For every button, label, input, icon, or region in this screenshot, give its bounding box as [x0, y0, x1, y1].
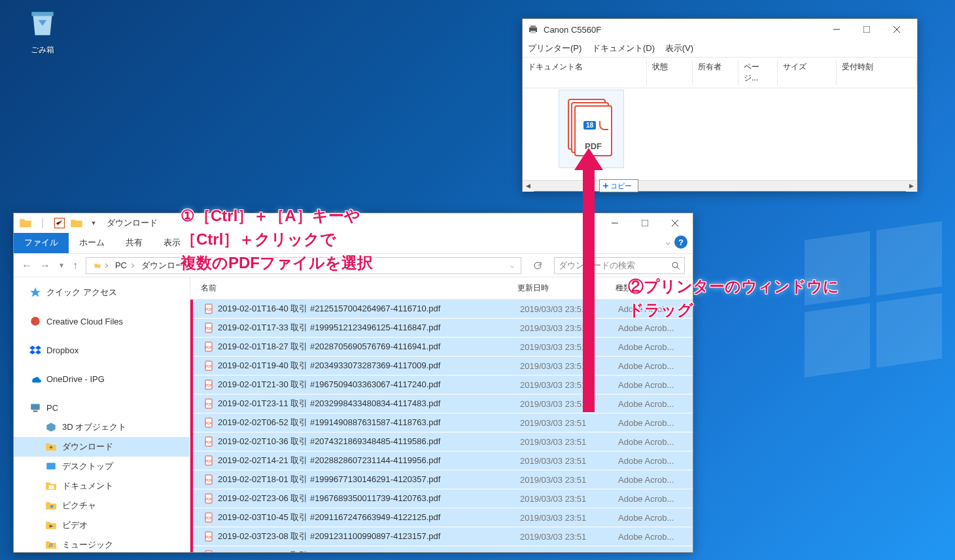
- table-row[interactable]: PDF2019-02-08T21-04 取引 #2019259368188066…: [193, 546, 693, 552]
- properties-icon[interactable]: [53, 217, 66, 230]
- menu-document[interactable]: ドキュメント(D): [592, 43, 655, 53]
- svg-rect-20: [49, 485, 54, 489]
- tab-home[interactable]: ホーム: [69, 233, 115, 253]
- printer-titlebar[interactable]: Canon C5560F: [523, 19, 917, 40]
- menu-view[interactable]: 表示(V): [665, 43, 693, 53]
- table-row[interactable]: PDF2019-02-03T10-45 取引 #2091167247663949…: [193, 508, 693, 527]
- pdf-file-icon: PDF: [203, 304, 214, 314]
- printer-menubar: プリンター(P) ドキュメント(D) 表示(V): [523, 40, 917, 58]
- file-name: 2019-02-02T06-52 取引 #1991490887631587-41…: [218, 417, 440, 429]
- table-row[interactable]: PDF2019-02-01T16-40 取引 #2125157004264967…: [193, 300, 693, 319]
- sidebar-item-music[interactable]: ミュージック: [14, 535, 190, 552]
- pdf-file-icon: PDF: [203, 360, 214, 371]
- hdr-pages[interactable]: ページ...: [738, 60, 778, 85]
- pdf-file-icon: PDF: [203, 417, 214, 428]
- scroll-left-button[interactable]: ◀: [523, 181, 534, 192]
- file-type: Adobe Acrob...: [612, 474, 693, 486]
- folder-icon: [19, 217, 32, 230]
- qat-dropdown-icon[interactable]: ▼: [87, 217, 100, 230]
- table-row[interactable]: PDF2019-02-02T10-36 取引 #2074321869348485…: [193, 432, 693, 451]
- ribbon-expand-icon[interactable]: ⌵: [666, 238, 670, 247]
- scroll-right-button[interactable]: ▶: [906, 181, 917, 192]
- file-type: Adobe Acrob...: [612, 493, 693, 505]
- folder-icon: [89, 262, 113, 269]
- sidebar-item-quick-access[interactable]: クイック アクセス: [14, 283, 190, 302]
- qat-divider: |: [36, 217, 49, 230]
- maximize-button[interactable]: [852, 20, 882, 39]
- refresh-button[interactable]: [529, 257, 546, 274]
- table-row[interactable]: PDF2019-02-02T06-52 取引 #1991490887631587…: [193, 413, 693, 432]
- svg-rect-17: [31, 404, 40, 410]
- new-folder-icon[interactable]: [70, 217, 83, 230]
- table-row[interactable]: PDF2019-02-01T21-30 取引 #1967509403363067…: [193, 376, 693, 394]
- nav-recent-dropdown[interactable]: ▼: [58, 262, 65, 269]
- maximize-button[interactable]: [630, 213, 660, 233]
- recycle-bin[interactable]: ごみ箱: [16, 7, 69, 56]
- file-type: Adobe Acrob...: [612, 531, 693, 543]
- file-type: Adobe Acrob...: [612, 360, 693, 372]
- table-row[interactable]: PDF2019-02-01T18-27 取引 #2028705690576769…: [193, 338, 693, 357]
- svg-rect-1: [530, 26, 536, 28]
- file-name: 2019-02-02T23-06 取引 #1967689350011739-41…: [218, 493, 440, 504]
- sidebar-item-pictures[interactable]: ピクチャ: [14, 496, 190, 516]
- tab-file[interactable]: ファイル: [14, 233, 69, 253]
- help-button[interactable]: ?: [674, 236, 687, 249]
- file-name: 2019-02-02T18-01 取引 #1999677130146291-41…: [218, 474, 440, 485]
- svg-point-16: [31, 317, 40, 326]
- sidebar-item-pc[interactable]: PC: [14, 398, 190, 417]
- explorer-sidebar: クイック アクセス Creative Cloud Files Dropbox O…: [14, 277, 190, 552]
- nav-forward-button[interactable]: →: [40, 260, 50, 271]
- file-name: 2019-02-01T17-33 取引 #1999512123496125-41…: [218, 322, 440, 334]
- search-icon: [671, 261, 680, 270]
- sidebar-item-documents[interactable]: ドキュメント: [14, 476, 190, 496]
- close-button[interactable]: [660, 213, 690, 233]
- hdr-docname[interactable]: ドキュメント名: [523, 60, 647, 85]
- sidebar-item-downloads[interactable]: ダウンロード: [14, 437, 190, 457]
- file-date: 2019/03/03 23:51: [513, 474, 612, 486]
- svg-text:PDF: PDF: [205, 345, 212, 349]
- table-row[interactable]: PDF2019-02-02T14-21 取引 #2028828607231144…: [193, 451, 693, 470]
- sidebar-item-desktop[interactable]: デスクトップ: [14, 457, 190, 476]
- hdr-status[interactable]: 状態: [647, 60, 693, 85]
- file-type: Adobe Acrob...: [612, 379, 693, 391]
- tab-share[interactable]: 共有: [115, 233, 153, 253]
- breadcrumb-dropdown-icon[interactable]: ⌵: [510, 262, 518, 269]
- svg-text:PDF: PDF: [205, 478, 212, 482]
- pdf-file-icon: PDF: [203, 493, 214, 504]
- pdf-file-icon: PDF: [203, 474, 214, 485]
- recycle-bin-icon: [26, 7, 59, 39]
- file-list[interactable]: PDF2019-02-01T16-40 取引 #2125157004264967…: [190, 300, 693, 552]
- table-row[interactable]: PDF2019-02-01T19-40 取引 #2034933073287369…: [193, 357, 693, 376]
- hdr-submitted[interactable]: 受付時刻: [837, 60, 917, 85]
- printer-window-title: Canon C5560F: [544, 25, 822, 35]
- sidebar-item-3d-objects[interactable]: 3D オブジェクト: [14, 417, 190, 437]
- menu-printer[interactable]: プリンター(P): [528, 43, 582, 53]
- crumb-pc[interactable]: PC: [113, 260, 139, 270]
- minimize-button[interactable]: [822, 20, 852, 39]
- file-date: 2019/03/03 23:51: [513, 531, 612, 543]
- close-button[interactable]: [882, 20, 912, 39]
- sidebar-item-onedrive[interactable]: OneDrive - IPG: [14, 369, 190, 389]
- svg-text:PDF: PDF: [205, 535, 212, 539]
- file-name: 2019-02-01T21-30 取引 #1967509403363067-41…: [218, 379, 440, 391]
- col-hdr-name[interactable]: 名前: [190, 281, 511, 295]
- table-row[interactable]: PDF2019-02-01T23-11 取引 #2032998433480834…: [193, 394, 693, 413]
- svg-rect-11: [642, 220, 648, 226]
- table-row[interactable]: PDF2019-02-01T17-33 取引 #1999512123496125…: [193, 319, 693, 338]
- svg-rect-2: [530, 31, 536, 33]
- nav-back-button[interactable]: ←: [22, 260, 32, 271]
- pdf-file-icon: PDF: [203, 323, 214, 333]
- sidebar-item-creative-cloud[interactable]: Creative Cloud Files: [14, 311, 190, 331]
- table-row[interactable]: PDF2019-02-02T18-01 取引 #1999677130146291…: [193, 470, 693, 489]
- file-date: 2019/03/03 23:51: [513, 550, 612, 553]
- file-type: Adobe Acrob...: [612, 436, 693, 448]
- svg-line-15: [677, 267, 680, 270]
- table-row[interactable]: PDF2019-02-02T23-06 取引 #1967689350011739…: [193, 489, 693, 508]
- hdr-owner[interactable]: 所有者: [693, 60, 738, 85]
- sidebar-item-dropbox[interactable]: Dropbox: [14, 340, 190, 360]
- table-row[interactable]: PDF2019-02-03T23-08 取引 #2091231100990897…: [193, 527, 693, 546]
- sidebar-item-videos[interactable]: ビデオ: [14, 516, 190, 535]
- hdr-size[interactable]: サイズ: [778, 60, 837, 85]
- nav-up-button[interactable]: ↑: [73, 260, 78, 271]
- pdf-file-icon: PDF: [203, 531, 214, 542]
